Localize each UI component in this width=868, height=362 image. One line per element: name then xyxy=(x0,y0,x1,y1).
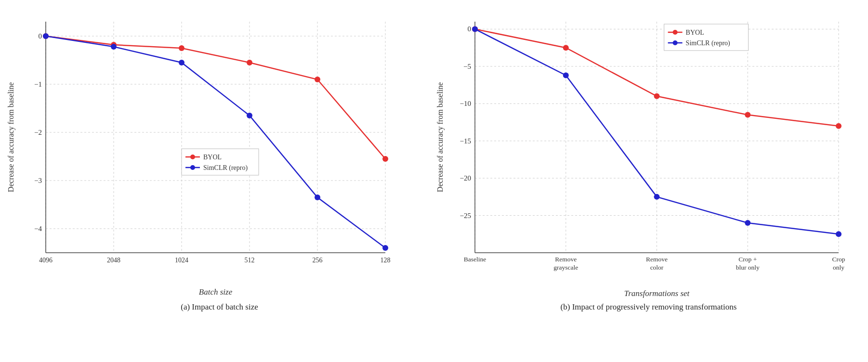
svg-text:−2: −2 xyxy=(34,129,42,136)
byol-point xyxy=(382,156,388,162)
svg-text:0: 0 xyxy=(39,32,42,40)
svg-point-68 xyxy=(654,194,660,200)
svg-text:only: only xyxy=(833,264,844,271)
byol-point xyxy=(179,45,184,51)
svg-text:−1: −1 xyxy=(34,80,42,88)
byol-point xyxy=(315,77,320,82)
svg-text:Remove: Remove xyxy=(646,256,668,263)
svg-text:−25: −25 xyxy=(460,212,471,220)
chart-svg: 0−1−2−3−4409620481024512256128Batch size… xyxy=(5,10,400,298)
svg-text:−20: −20 xyxy=(460,174,471,182)
svg-text:2048: 2048 xyxy=(107,257,120,264)
simclr-line xyxy=(46,36,385,248)
caption-a: (a) Impact of batch size xyxy=(181,302,258,312)
svg-text:−4: −4 xyxy=(34,225,42,233)
svg-point-66 xyxy=(472,26,478,32)
figures-container: 0−1−2−3−4409620481024512256128Batch size… xyxy=(0,0,868,362)
svg-point-69 xyxy=(745,220,750,226)
svg-text:128: 128 xyxy=(381,257,391,264)
byol-point xyxy=(247,60,252,65)
byol-line xyxy=(46,36,385,159)
svg-text:Decrease of accuracy from base: Decrease of accuracy from baseline xyxy=(436,82,445,192)
simclr-point xyxy=(43,33,49,39)
chart-b-area: 0−5−10−15−20−25BaselineRemovegrayscaleRe… xyxy=(434,10,863,298)
svg-point-70 xyxy=(836,231,842,237)
svg-text:−15: −15 xyxy=(460,137,471,145)
simclr-point xyxy=(315,194,320,200)
svg-text:1024: 1024 xyxy=(175,257,188,264)
simclr-point xyxy=(111,44,117,50)
chart-b-svg: 0−5−10−15−20−25BaselineRemovegrayscaleRe… xyxy=(434,10,853,298)
svg-text:0: 0 xyxy=(468,25,472,33)
svg-text:SimCLR (repro): SimCLR (repro) xyxy=(203,164,248,172)
svg-text:4096: 4096 xyxy=(39,257,53,264)
svg-point-65 xyxy=(836,123,842,129)
svg-point-67 xyxy=(563,72,569,78)
svg-text:512: 512 xyxy=(245,257,255,264)
svg-text:BYOL: BYOL xyxy=(203,154,222,161)
svg-text:grayscale: grayscale xyxy=(553,264,578,271)
svg-text:Crop +: Crop + xyxy=(738,256,757,263)
svg-text:Crop: Crop xyxy=(832,256,845,263)
svg-point-62 xyxy=(563,45,569,51)
svg-text:blur only: blur only xyxy=(736,264,760,271)
svg-text:Baseline: Baseline xyxy=(464,256,487,263)
simclr-point xyxy=(179,60,184,65)
svg-text:−3: −3 xyxy=(34,177,42,184)
figure-b: 0−5−10−15−20−25BaselineRemovegrayscaleRe… xyxy=(434,10,863,312)
y-axis-label: Decrease of accuracy from baseline xyxy=(7,82,15,192)
svg-text:BYOL: BYOL xyxy=(686,29,704,36)
simclr-point xyxy=(382,245,388,251)
svg-text:256: 256 xyxy=(313,257,323,264)
svg-text:Remove: Remove xyxy=(555,256,577,263)
x-axis-label: Batch size xyxy=(199,287,233,297)
simclr-point xyxy=(247,113,252,118)
svg-point-73 xyxy=(673,30,678,35)
svg-point-64 xyxy=(745,112,750,118)
svg-point-76 xyxy=(673,40,678,45)
svg-text:−5: −5 xyxy=(463,63,471,70)
svg-point-29 xyxy=(190,165,195,170)
svg-text:color: color xyxy=(650,264,664,271)
svg-text:SimCLR (repro): SimCLR (repro) xyxy=(686,39,730,47)
caption-b: (b) Impact of progressively removing tra… xyxy=(561,302,737,312)
svg-text:Transformations set: Transformations set xyxy=(624,289,690,298)
figure-a: 0−1−2−3−4409620481024512256128Batch size… xyxy=(5,10,434,312)
svg-point-63 xyxy=(654,93,660,99)
svg-point-26 xyxy=(190,155,195,159)
chart-a-area: 0−1−2−3−4409620481024512256128Batch size… xyxy=(5,10,434,298)
svg-text:−10: −10 xyxy=(460,100,471,107)
